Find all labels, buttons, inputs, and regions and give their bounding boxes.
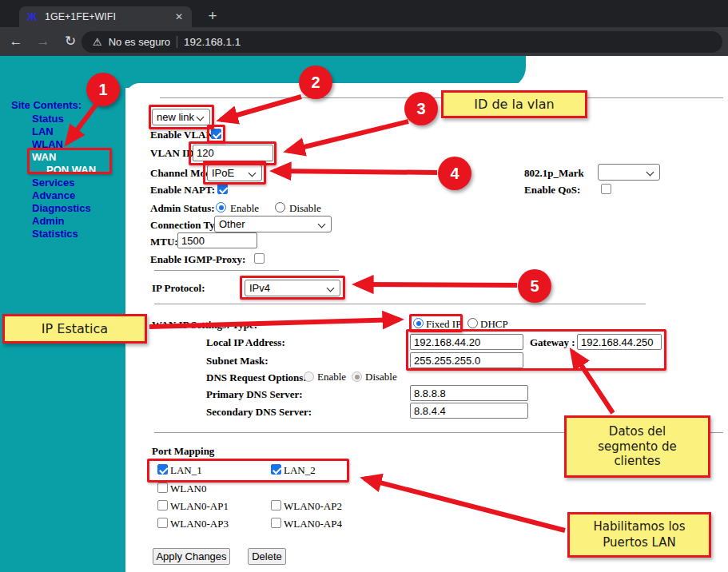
sidebar-item-advance[interactable]: Advance — [32, 189, 75, 201]
sidebar-item-diagnostics[interactable]: Diagnostics — [32, 202, 91, 214]
back-icon[interactable]: ← — [5, 30, 27, 53]
dhcp-label: DHCP — [480, 318, 508, 331]
wlan0-ap1-checkbox[interactable] — [157, 500, 168, 510]
lan2-label: LAN_2 — [284, 464, 316, 477]
dns-enable-radio[interactable] — [304, 371, 314, 382]
subnet-input[interactable]: 255.255.255.0 — [410, 352, 523, 368]
url-text: 192.168.1.1 — [184, 36, 241, 48]
tab-title: 1GE+1FE+WIFI — [45, 11, 166, 22]
dns-enable-label: Enable — [317, 371, 346, 383]
primary-dns-label: Primary DNS Server: — [206, 388, 303, 401]
omnibox-divider — [177, 36, 177, 48]
step-circle-4: 4 — [438, 157, 471, 190]
secondary-dns-input[interactable]: 8.8.4.4 — [410, 403, 528, 419]
lan2-checkbox[interactable] — [271, 464, 281, 475]
mtu-label: MTU: — [150, 236, 178, 248]
step-circle-1: 1 — [86, 73, 120, 106]
dns-options-label: DNS Request Options: — [206, 371, 307, 384]
lan1-checkbox[interactable] — [157, 464, 168, 475]
lan1-label: LAN_1 — [170, 464, 202, 477]
admin-enable-radio[interactable] — [216, 202, 226, 213]
wan-ip-type-label: WAN IP Settings: Type: — [152, 319, 257, 332]
not-secure-warning-icon: ⚠ — [93, 36, 102, 48]
callout-lan-ports: Habilitamos los Puertos LAN — [567, 512, 711, 558]
sidebar-item-services[interactable]: Services — [32, 177, 75, 189]
callout-vlan-id: ID de la vlan — [441, 90, 587, 118]
step-circle-2: 2 — [299, 66, 332, 99]
enable-qos-checkbox[interactable] — [601, 184, 611, 194]
apply-changes-button[interactable]: Apply Changes — [153, 548, 230, 565]
admin-disable-radio[interactable] — [275, 202, 285, 213]
connection-type-value: Other — [219, 218, 245, 230]
dhcp-radio[interactable] — [467, 318, 478, 328]
802-1p-mark-select[interactable] — [598, 164, 660, 181]
dns-disable-radio[interactable] — [352, 371, 362, 382]
secondary-dns-label: Secondary DNS Server: — [206, 406, 312, 419]
delete-button[interactable]: Delete — [248, 548, 286, 565]
local-ip-input[interactable]: 192.168.44.20 — [410, 334, 523, 350]
divider — [154, 304, 646, 304]
close-tab-icon[interactable]: ✕ — [173, 10, 185, 23]
link-select[interactable]: new link — [152, 109, 210, 125]
browser-tab[interactable]: Ж 1GE+1FE+WIFI ✕ — [19, 6, 192, 27]
sidebar-title: Site Contents: — [11, 99, 82, 111]
igmp-checkbox[interactable] — [254, 253, 265, 264]
wlan0-label: WLAN0 — [170, 483, 207, 495]
forward-icon[interactable]: → — [32, 30, 54, 53]
security-label: No es seguro — [109, 36, 170, 48]
link-select-value: new link — [157, 111, 194, 123]
chevron-down-icon — [249, 169, 257, 177]
enable-napt-checkbox[interactable] — [217, 184, 228, 194]
enable-napt-label: Enable NAPT: — [150, 184, 215, 197]
enable-vlan-label: Enable VLAN: — [150, 129, 217, 141]
vlan-id-input[interactable]: 120 — [193, 145, 273, 161]
admin-enable-label: Enable — [230, 202, 259, 215]
address-bar[interactable]: ⚠ No es seguro 192.168.1.1 — [82, 31, 722, 53]
step-circle-5: 5 — [518, 269, 551, 303]
wlan0-ap1-label: WLAN0-AP1 — [170, 500, 229, 513]
reload-icon[interactable]: ↻ — [59, 30, 82, 53]
mtu-input[interactable]: 1500 — [177, 232, 257, 248]
wlan0-ap3-label: WLAN0-AP3 — [170, 518, 229, 530]
sidebar-item-statistics[interactable]: Statistics — [32, 228, 78, 240]
port-mapping-title: Port Mapping — [152, 445, 214, 458]
step-circle-3: 3 — [404, 92, 438, 125]
vlan-id-label: VLAN ID: — [150, 147, 197, 160]
chevron-down-icon — [327, 284, 335, 292]
ip-protocol-select[interactable]: IPv4 — [245, 280, 340, 296]
enable-vlan-checkbox[interactable] — [211, 129, 221, 139]
chevron-down-icon — [646, 169, 654, 177]
sidebar-item-admin[interactable]: Admin — [32, 215, 64, 227]
wlan0-ap4-checkbox[interactable] — [271, 518, 281, 528]
new-tab-button[interactable]: + — [203, 7, 222, 26]
ip-protocol-value: IPv4 — [249, 282, 270, 294]
sidebar-item-lan[interactable]: LAN — [32, 125, 54, 137]
channel-mode-value: IPoE — [212, 167, 234, 179]
primary-dns-input[interactable]: 8.8.8.8 — [410, 385, 528, 401]
chevron-down-icon — [318, 220, 326, 228]
gateway-label: Gateway : — [530, 336, 575, 349]
callout-client-segment: Datos del segmento de clientes — [564, 415, 710, 478]
admin-disable-label: Disable — [289, 202, 321, 215]
connection-type-select[interactable]: Other — [214, 216, 332, 232]
channel-mode-select[interactable]: IPoE — [207, 165, 262, 181]
sidebar-item-wan[interactable]: WAN — [32, 151, 56, 163]
wlan0-ap3-checkbox[interactable] — [157, 518, 168, 528]
igmp-label: Enable IGMP-Proxy: — [150, 253, 245, 266]
tab-bar: Ж 1GE+1FE+WIFI ✕ + — [0, 0, 728, 27]
sidebar-item-wlan[interactable]: WLAN — [32, 138, 63, 150]
favicon-icon: Ж — [26, 10, 38, 23]
sidebar-item-status[interactable]: Status — [32, 113, 64, 125]
divider — [154, 270, 339, 271]
channel-mode-label: Channel Mode — [150, 167, 216, 180]
gateway-input[interactable]: 192.168.44.250 — [577, 334, 662, 350]
chevron-down-icon — [197, 113, 205, 121]
browser-toolbar: ← → ↻ ⚠ No es seguro 192.168.1.1 — [0, 27, 728, 56]
wlan0-ap4-label: WLAN0-AP4 — [284, 518, 342, 530]
wlan0-ap2-checkbox[interactable] — [271, 500, 281, 510]
wlan0-checkbox[interactable] — [157, 483, 168, 493]
fixed-ip-radio[interactable] — [413, 318, 424, 328]
sidebar-item-pon-wan[interactable]: PON WAN — [46, 164, 96, 176]
ip-protocol-label: IP Protocol: — [152, 282, 205, 295]
802-1p-mark-label: 802.1p_Mark — [524, 167, 584, 180]
